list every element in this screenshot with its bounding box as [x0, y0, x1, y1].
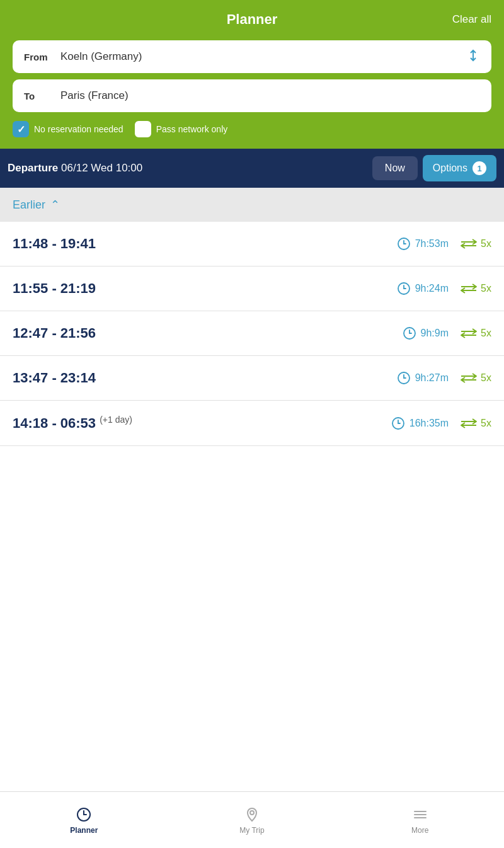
transfers-value: 5x [481, 238, 491, 249]
search-section: From Koeln (Germany) To Paris (France) ✓… [0, 40, 504, 149]
clear-all-button[interactable]: Clear all [452, 13, 491, 26]
result-row[interactable]: 11:55 - 21:19 9h:24m 5x [0, 266, 504, 311]
departure-datetime-value: 06/12 Wed 10:00 [61, 162, 142, 174]
nav-mytrip[interactable]: My Trip [168, 792, 336, 848]
result-times-0: 11:48 - 19:41 [13, 236, 372, 252]
no-reservation-label: No reservation needed [34, 124, 123, 134]
pass-network-checkbox[interactable] [135, 121, 151, 137]
duration-value: 9h:27m [415, 372, 449, 384]
to-label: To [24, 91, 50, 101]
duration-value: 7h:53m [415, 238, 449, 249]
transfers-value: 5x [481, 283, 491, 294]
swap-icon[interactable] [466, 49, 480, 66]
earlier-button[interactable]: Earlier ⌃ [0, 188, 504, 222]
app-header: Planner Clear all [0, 0, 504, 40]
nav-more-label: More [411, 826, 428, 835]
result-times-2: 12:47 - 21:56 [13, 325, 372, 341]
nav-mytrip-label: My Trip [239, 826, 264, 835]
now-button[interactable]: Now [372, 156, 418, 180]
bottom-nav: Planner My Trip More [0, 791, 504, 848]
pass-network-label: Pass network only [156, 124, 228, 134]
duration-value: 9h:24m [415, 283, 449, 294]
duration-value: 9h:9m [421, 328, 449, 339]
options-label: Options [433, 163, 467, 174]
chevron-up-icon: ⌃ [50, 198, 60, 212]
result-row[interactable]: 12:47 - 21:56 9h:9m 5x [0, 311, 504, 356]
result-transfers-2: 5x [456, 328, 491, 339]
result-row[interactable]: 13:47 - 23:14 9h:27m 5x [0, 356, 504, 401]
no-reservation-filter[interactable]: ✓ No reservation needed [13, 121, 123, 137]
result-duration-4: 16h:35m [379, 416, 449, 431]
departure-bar: Departure 06/12 Wed 10:00 Now Options 1 [0, 149, 504, 188]
no-reservation-checkbox[interactable]: ✓ [13, 121, 29, 137]
from-value: Koeln (Germany) [60, 50, 480, 63]
svg-point-17 [250, 811, 254, 815]
app-title: Planner [227, 11, 278, 28]
transfers-value: 5x [481, 328, 491, 339]
result-duration-3: 9h:27m [379, 370, 449, 386]
options-badge: 1 [472, 161, 486, 175]
departure-label: Departure [8, 162, 58, 174]
results-list: 11:48 - 19:41 7h:53m 5x 11:55 - 21:19 9h… [0, 222, 504, 791]
result-times-3: 13:47 - 23:14 [13, 370, 372, 386]
result-duration-1: 9h:24m [379, 281, 449, 296]
from-field[interactable]: From Koeln (Germany) [13, 40, 491, 73]
result-transfers-3: 5x [456, 372, 491, 384]
result-times-1: 11:55 - 21:19 [13, 280, 372, 297]
nav-planner[interactable]: Planner [0, 792, 168, 848]
result-duration-2: 9h:9m [379, 326, 449, 341]
transfers-value: 5x [481, 418, 491, 429]
result-transfers-0: 5x [456, 238, 491, 249]
pass-network-filter[interactable]: Pass network only [135, 121, 228, 137]
to-value: Paris (France) [60, 89, 480, 102]
duration-value: 16h:35m [410, 418, 449, 429]
nav-planner-label: Planner [70, 826, 98, 835]
transfers-value: 5x [481, 372, 491, 384]
earlier-label: Earlier [13, 198, 45, 212]
result-times-4: 14:18 - 06:53 (+1 day) [13, 415, 372, 432]
from-label: From [24, 52, 50, 62]
result-row[interactable]: 14:18 - 06:53 (+1 day) 16h:35m 5x [0, 401, 504, 446]
result-row[interactable]: 11:48 - 19:41 7h:53m 5x [0, 222, 504, 266]
filter-row: ✓ No reservation needed Pass network onl… [13, 118, 491, 137]
result-transfers-4: 5x [456, 418, 491, 429]
nav-more[interactable]: More [336, 792, 504, 848]
result-duration-0: 7h:53m [379, 236, 449, 251]
departure-info: Departure 06/12 Wed 10:00 [8, 162, 367, 175]
to-field[interactable]: To Paris (France) [13, 79, 491, 112]
options-button[interactable]: Options 1 [423, 155, 496, 181]
result-transfers-1: 5x [456, 283, 491, 294]
